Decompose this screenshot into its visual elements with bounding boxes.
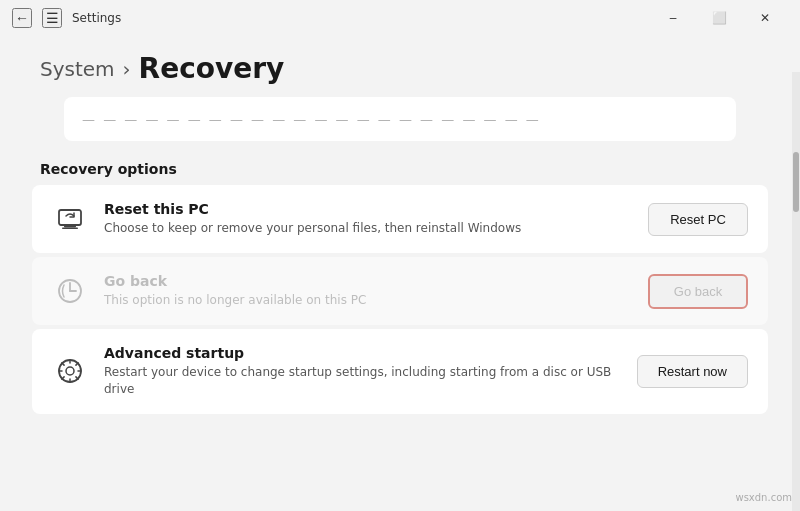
reset-pc-title: Reset this PC (104, 201, 632, 217)
breadcrumb-separator: › (123, 57, 131, 81)
reset-pc-info: Reset this PC Choose to keep or remove y… (104, 201, 632, 237)
scrollbar-thumb[interactable] (793, 152, 799, 212)
advanced-startup-info: Advanced startup Restart your device to … (104, 345, 621, 398)
maximize-button[interactable]: ⬜ (696, 0, 742, 36)
svg-line-12 (62, 363, 64, 365)
breadcrumb-text: System › Recovery (40, 52, 284, 85)
svg-line-15 (62, 377, 64, 379)
section-label: Recovery options (0, 145, 800, 185)
go-back-button[interactable]: Go back (648, 274, 748, 309)
go-back-card: Go back This option is no longer availab… (32, 257, 768, 325)
svg-point-7 (66, 367, 74, 375)
breadcrumb: System › Recovery (0, 36, 800, 97)
go-back-icon (52, 273, 88, 309)
watermark: wsxdn.com (735, 492, 792, 503)
title-bar-left: ← ☰ Settings (12, 8, 650, 28)
advanced-startup-icon (52, 353, 88, 389)
scrollbar-track (792, 72, 800, 511)
app-title: Settings (72, 11, 121, 25)
go-back-info: Go back This option is no longer availab… (104, 273, 632, 309)
breadcrumb-parent: System (40, 57, 115, 81)
reset-pc-icon (52, 201, 88, 237)
partial-section: — — — — — — — — — — — — — — — — — — — — … (32, 97, 768, 141)
advanced-startup-desc: Restart your device to change startup se… (104, 364, 621, 398)
options-list: Reset this PC Choose to keep or remove y… (32, 185, 768, 414)
svg-rect-2 (62, 228, 78, 230)
partial-item-text: — — — — — — — — — — — — — — — — — — — — … (82, 112, 541, 127)
restart-now-button[interactable]: Restart now (637, 355, 748, 388)
reset-pc-desc: Choose to keep or remove your personal f… (104, 220, 632, 237)
partial-item: — — — — — — — — — — — — — — — — — — — — … (64, 97, 736, 141)
reset-pc-card: Reset this PC Choose to keep or remove y… (32, 185, 768, 253)
svg-rect-1 (64, 225, 76, 228)
title-bar: ← ☰ Settings – ⬜ ✕ (0, 0, 800, 36)
menu-button[interactable]: ☰ (42, 8, 62, 28)
back-button[interactable]: ← (12, 8, 32, 28)
go-back-title: Go back (104, 273, 632, 289)
minimize-button[interactable]: – (650, 0, 696, 36)
window-controls: – ⬜ ✕ (650, 0, 788, 36)
go-back-desc: This option is no longer available on th… (104, 292, 632, 309)
close-button[interactable]: ✕ (742, 0, 788, 36)
reset-pc-button[interactable]: Reset PC (648, 203, 748, 236)
advanced-startup-title: Advanced startup (104, 345, 621, 361)
advanced-startup-card: Advanced startup Restart your device to … (32, 329, 768, 414)
svg-line-14 (76, 363, 78, 365)
content-area: System › Recovery — — — — — — — — — — — … (0, 36, 800, 511)
svg-line-13 (76, 377, 78, 379)
breadcrumb-current: Recovery (139, 52, 285, 85)
